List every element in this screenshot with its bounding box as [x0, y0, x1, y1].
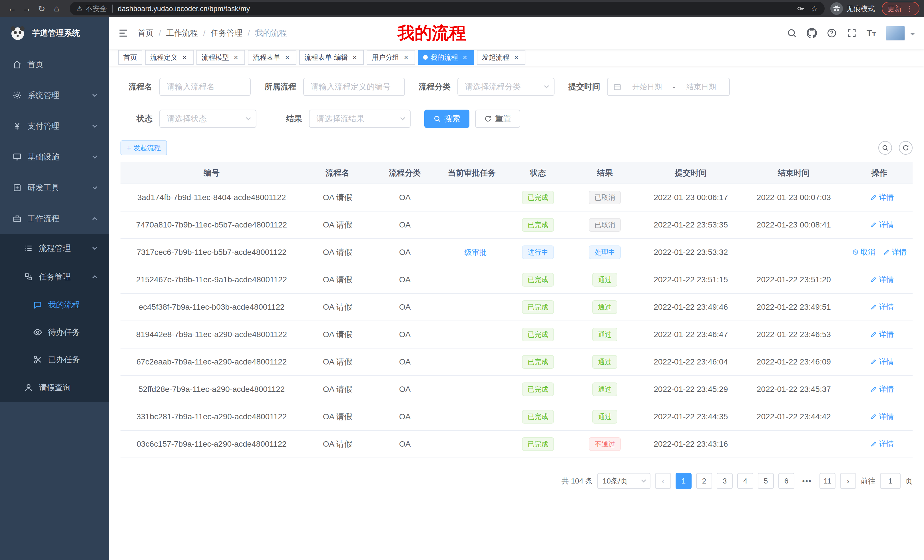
key-icon[interactable] [796, 4, 805, 13]
view-tab[interactable]: 流程表单-编辑 × [299, 50, 364, 65]
close-icon[interactable]: × [461, 53, 469, 61]
end-date-placeholder[interactable]: 结束日期 [679, 82, 723, 92]
view-tab[interactable]: 流程表单 × [248, 50, 296, 65]
github-icon[interactable] [807, 28, 817, 38]
start-date-placeholder[interactable]: 开始日期 [625, 82, 670, 92]
detail-link[interactable]: 详情 [870, 302, 894, 312]
page-button[interactable]: 2 [696, 473, 712, 489]
view-tab[interactable]: 流程模型 × [196, 50, 245, 65]
page-button[interactable]: 11 [819, 473, 836, 489]
cell-end-time: 2022-01-22 23:46:09 [741, 348, 846, 376]
sidebar-item-workflow[interactable]: 工作流程 [0, 203, 109, 234]
address-bar[interactable]: ⚠ 不安全 dashboard.yudao.iocoder.cn/bpm/tas… [70, 2, 825, 15]
search-toggle-button[interactable] [878, 141, 892, 155]
close-icon[interactable]: × [402, 53, 410, 61]
cell-category: OA [372, 293, 437, 321]
breadcrumb-item[interactable]: 工作流程 / [166, 28, 211, 39]
back-icon[interactable]: ← [4, 4, 20, 13]
sidebar-item-system[interactable]: 系统管理 [0, 80, 109, 111]
process-definition-input[interactable] [303, 78, 405, 96]
page-button[interactable]: ••• [799, 473, 815, 489]
sidebar-item-my-process[interactable]: 我的流程 [0, 291, 109, 319]
sidebar-item-task-mgmt[interactable]: 任务管理 [0, 263, 109, 291]
breadcrumb-item[interactable]: 我的流程 / [255, 28, 287, 39]
font-size-icon[interactable]: TT [867, 28, 876, 39]
page-button[interactable]: 1 [676, 473, 692, 489]
breadcrumb-label: 首页 [138, 28, 154, 39]
close-icon[interactable]: × [180, 53, 189, 61]
breadcrumb-item[interactable]: 任务管理 / [211, 28, 255, 39]
avatar-caret-icon[interactable] [910, 33, 915, 38]
forward-icon[interactable]: → [20, 4, 34, 13]
cell-id: 67c2eaab-7b9a-11ec-a290-acde48001122 [120, 348, 303, 376]
breadcrumb-item[interactable]: 首页 / [138, 28, 166, 39]
close-icon[interactable]: × [351, 53, 358, 61]
next-page-button[interactable]: › [840, 473, 856, 489]
table-row: 52ffd28e-7b9a-11ec-a290-acde48001122 OA … [120, 376, 913, 403]
prev-page-button[interactable]: ‹ [655, 473, 671, 489]
reset-button[interactable]: 重置 [475, 109, 520, 128]
fullscreen-icon[interactable] [847, 28, 857, 38]
sidebar-item-payment[interactable]: 支付管理 [0, 111, 109, 142]
security-label[interactable]: 不安全 [86, 4, 107, 13]
view-tab[interactable]: 用户分组 × [367, 50, 415, 65]
detail-link[interactable]: 详情 [870, 439, 894, 449]
app-logo[interactable]: 芋道管理系统 [0, 17, 109, 49]
cell-id: 7317cec6-7b9b-11ec-b5b7-acde48001122 [120, 239, 303, 266]
category-select[interactable]: 请选择流程分类 [458, 78, 555, 96]
avatar[interactable] [886, 26, 905, 40]
url-text[interactable]: dashboard.yudao.iocoder.cn/bpm/task/my [118, 4, 250, 13]
sidebar-item-process-mgmt[interactable]: 流程管理 [0, 234, 109, 263]
status-select[interactable]: 请选择状态 [159, 109, 256, 128]
sidebar-item-done[interactable]: 已办任务 [0, 346, 109, 373]
detail-link[interactable]: 详情 [870, 412, 894, 422]
browser-menu-icon[interactable]: ⋮ [906, 4, 914, 13]
detail-link[interactable]: 详情 [870, 275, 894, 284]
hamburger-icon[interactable] [118, 28, 129, 38]
close-icon[interactable]: × [512, 53, 520, 61]
page-button[interactable]: 4 [737, 473, 753, 489]
view-tab[interactable]: 首页 × [118, 50, 142, 65]
home-icon[interactable]: ⌂ [49, 4, 64, 13]
search-icon[interactable] [787, 28, 797, 38]
refresh-button[interactable] [899, 141, 913, 155]
sidebar-item-leave-query[interactable]: 请假查询 [0, 373, 109, 402]
view-tab[interactable]: 我的流程 × [418, 50, 474, 65]
detail-link[interactable]: 详情 [870, 192, 894, 202]
sidebar-item-devtools[interactable]: 研发工具 [0, 172, 109, 203]
detail-link[interactable]: 详情 [870, 220, 894, 230]
page-button[interactable]: 5 [758, 473, 774, 489]
cell-end-time: 2022-01-23 00:08:41 [741, 211, 846, 239]
search-button[interactable]: 搜索 [424, 109, 470, 128]
sidebar-item-todo[interactable]: 待办任务 [0, 319, 109, 346]
view-tab[interactable]: 流程定义 × [145, 50, 194, 65]
page-button[interactable]: 6 [778, 473, 794, 489]
detail-link[interactable]: 详情 [870, 384, 894, 394]
close-icon[interactable]: × [232, 53, 240, 61]
process-name-input[interactable] [159, 78, 251, 96]
cell-end-time: 2022-01-23 00:07:03 [741, 184, 846, 211]
create-process-button[interactable]: + 发起流程 [120, 141, 167, 155]
result-select[interactable]: 请选择流结果 [309, 109, 411, 128]
page-size-select[interactable]: 10条/页 [597, 473, 651, 489]
goto-page-input[interactable] [880, 473, 901, 489]
cell-end-time: 2022-01-22 23:49:51 [741, 293, 846, 321]
detail-link[interactable]: 详情 [870, 357, 894, 367]
sidebar-item-infra[interactable]: 基础设施 [0, 142, 109, 172]
close-icon[interactable]: × [283, 53, 291, 61]
page-button[interactable]: 3 [717, 473, 733, 489]
detail-link[interactable]: 详情 [870, 329, 894, 339]
reload-icon[interactable]: ↻ [34, 4, 49, 14]
cancel-link[interactable]: 取消 [852, 247, 876, 257]
task-link[interactable]: 一级审批 [457, 247, 486, 258]
detail-link[interactable]: 详情 [883, 247, 907, 257]
sidebar-item-home[interactable]: 首页 [0, 49, 109, 80]
update-button[interactable]: 更新 ⋮ [882, 2, 920, 15]
submit-time-range[interactable]: 开始日期 - 结束日期 [607, 78, 730, 96]
edit-icon [883, 249, 890, 256]
star-icon[interactable]: ☆ [811, 4, 818, 13]
workflow-submenu: 流程管理 任务管理 我的流程 待办任务 [0, 234, 109, 402]
view-tab[interactable]: 发起流程 × [477, 50, 525, 65]
help-icon[interactable] [826, 28, 837, 38]
result-badge: 已取消 [589, 191, 621, 204]
